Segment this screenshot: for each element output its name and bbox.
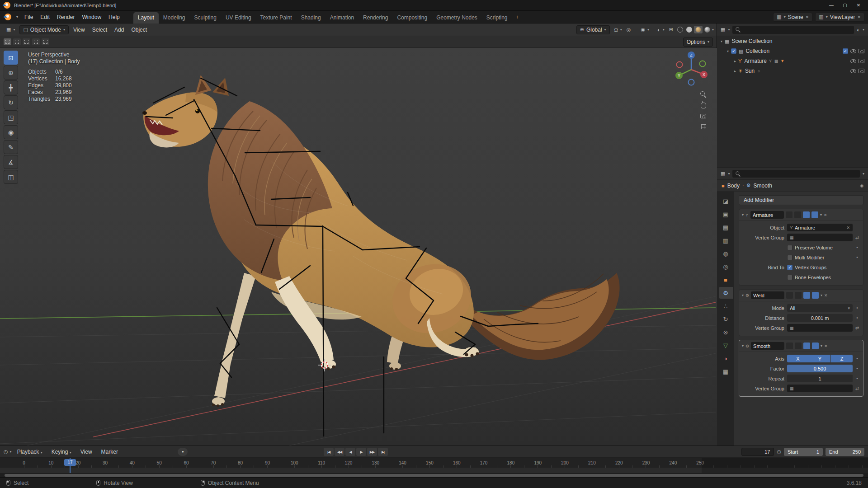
weld-distance-field[interactable]: 0.001 m xyxy=(787,314,853,322)
shading-material-button[interactable] xyxy=(694,26,703,33)
clear-icon[interactable]: ✕ xyxy=(846,225,850,230)
orientation-dropdown[interactable]: ⊕ Global ▾ xyxy=(576,25,610,34)
animate-dot-icon[interactable]: • xyxy=(855,315,859,320)
tool-button-rotate[interactable]: ↻ xyxy=(4,95,18,109)
transport-button-jump-to-end[interactable]: ▶| xyxy=(378,448,388,456)
realtime-toggle[interactable] xyxy=(795,292,802,299)
outliner-row-collection[interactable]: ▾ ✓ ▤ Collection ✓ xyxy=(717,46,868,56)
bind-bone-envelopes-checkbox[interactable] xyxy=(787,275,793,280)
workspace-tab-geometry-nodes[interactable]: Geometry Nodes xyxy=(432,12,482,23)
outliner-search-input[interactable] xyxy=(732,26,854,34)
edit-mode-toggle[interactable] xyxy=(786,292,793,299)
properties-tab-constraints[interactable]: ⊗ xyxy=(719,326,733,338)
show-gizmo-dropdown[interactable]: ◉ ▾ xyxy=(637,25,653,34)
vertex-group-field[interactable]: ▦ xyxy=(787,324,853,332)
properties-tab-output[interactable]: ▤ xyxy=(719,221,733,233)
preserve-volume-checkbox[interactable] xyxy=(787,245,793,250)
outliner-row-sun[interactable]: ▸ ☀ Sun ☼ xyxy=(717,66,868,76)
transport-button-prev-keyframe[interactable]: ◀◀ xyxy=(335,448,344,456)
workspace-tab-rendering[interactable]: Rendering xyxy=(359,12,392,23)
workspace-tab-uv-editing[interactable]: UV Editing xyxy=(221,12,256,23)
pin-icon[interactable]: ◉ xyxy=(860,183,863,188)
keying-menu[interactable]: Keying ▾ xyxy=(48,447,75,456)
camera-view-icon[interactable] xyxy=(700,114,706,118)
overlays-dropdown[interactable]: ◐ ▾ xyxy=(654,26,668,34)
editor-type-icon[interactable]: ▦ xyxy=(721,27,725,33)
tool-button-measure[interactable]: ∡ xyxy=(4,155,18,169)
vertex-group-field[interactable]: ▦ xyxy=(787,385,853,392)
disable-render-icon[interactable] xyxy=(859,69,864,73)
outliner-row-scene-collection[interactable]: ▾ ▦ Scene Collection xyxy=(717,36,868,46)
expand-icon[interactable]: ▾ xyxy=(727,49,729,53)
render-display-toggle[interactable] xyxy=(812,292,819,299)
close-icon[interactable]: ✕ xyxy=(824,293,828,298)
close-button[interactable]: ✕ xyxy=(852,0,865,10)
viewlayer-selector[interactable]: ▥ ▾ ViewLayer ✕ xyxy=(815,13,864,22)
viewport-display-toggle[interactable] xyxy=(803,292,810,299)
proportional-editing-icon[interactable]: ◎ xyxy=(627,27,631,33)
realtime-toggle[interactable] xyxy=(794,211,801,218)
properties-tab-material[interactable]: ◑ xyxy=(719,352,733,364)
vertex-group-field[interactable]: ▦ xyxy=(787,234,853,241)
start-frame-field[interactable]: Start 1 xyxy=(784,448,823,456)
transport-button-jump-to-start[interactable]: |◀ xyxy=(324,448,334,456)
expand-icon[interactable]: ▾ xyxy=(742,213,744,217)
modifier-name-field[interactable]: Armature xyxy=(750,211,784,219)
view-menu[interactable]: View xyxy=(77,447,96,456)
modifier-name-field[interactable]: Smooth xyxy=(751,342,784,350)
modifier-header[interactable]: ▾ ϒ Armature ▾ ✕ xyxy=(739,209,863,221)
invert-icon[interactable]: ⇄ xyxy=(855,235,859,240)
menu[interactable]: Edit xyxy=(37,13,53,22)
xray-toggle-icon[interactable]: ⊞ xyxy=(669,27,673,33)
minimize-button[interactable]: — xyxy=(825,0,838,10)
breadcrumb-object[interactable]: Body xyxy=(727,183,740,189)
axis-x-toggle[interactable]: X xyxy=(787,355,809,362)
properties-tab-tool[interactable]: ◪ xyxy=(719,195,733,207)
collection-checkbox[interactable]: ✓ xyxy=(731,48,736,54)
select-mode-invert[interactable] xyxy=(32,38,40,45)
blender-menu[interactable]: ▾ xyxy=(4,14,18,20)
marker-menu[interactable]: Marker xyxy=(98,447,122,456)
hide-eye-icon[interactable] xyxy=(850,49,856,53)
shading-solid-button[interactable] xyxy=(685,26,693,33)
close-icon[interactable]: ✕ xyxy=(824,213,827,217)
menu[interactable]: Help xyxy=(105,13,123,22)
modifier-name-field[interactable]: Weld xyxy=(751,291,784,299)
scene-selector[interactable]: ▦ ▾ Scene ✕ xyxy=(773,13,812,22)
animate-dot-icon[interactable]: • xyxy=(855,356,859,361)
unlink-scene-icon[interactable]: ✕ xyxy=(806,15,809,19)
menu[interactable]: File xyxy=(21,13,37,22)
animate-dot-icon[interactable]: • xyxy=(855,305,859,310)
viewport-menu[interactable]: View xyxy=(70,25,89,34)
workspace-tab-layout[interactable]: Layout xyxy=(133,12,159,23)
workspace-tab-shading[interactable]: Shading xyxy=(297,12,326,23)
maximize-button[interactable]: ▢ xyxy=(838,0,852,10)
hide-eye-icon[interactable] xyxy=(850,59,856,63)
viewport-menu[interactable]: Add xyxy=(111,25,127,34)
shading-wireframe-button[interactable] xyxy=(676,26,684,33)
playback-menu[interactable]: Playback ▾ xyxy=(14,447,46,456)
select-mode-extend[interactable] xyxy=(13,38,21,45)
wolf-model[interactable] xyxy=(142,75,620,407)
properties-tab-scene[interactable]: ◍ xyxy=(719,248,733,259)
viewport-canvas[interactable]: ⊡⊕╋↻◳◉✎∡◫ User Perspective (17) Collecti… xyxy=(0,48,717,446)
viewport-menu[interactable]: Select xyxy=(89,25,111,34)
disable-render-icon[interactable] xyxy=(859,59,864,63)
invert-icon[interactable]: ⇄ xyxy=(855,325,859,330)
modifier-header[interactable]: ▾ ⚙ Smooth ▾ ✕ xyxy=(739,340,863,352)
properties-search-input[interactable] xyxy=(732,170,860,178)
transport-button-play-reverse[interactable]: ◀ xyxy=(345,448,355,456)
extras-menu-icon[interactable]: ▾ xyxy=(821,344,822,348)
smooth-repeat-field[interactable]: 1 xyxy=(787,375,853,382)
autokey-clock-icon[interactable]: ◷ xyxy=(777,449,781,455)
properties-tab-object[interactable]: ■ xyxy=(719,274,733,286)
zoom-icon[interactable] xyxy=(700,91,706,97)
viewport-menu[interactable]: Object xyxy=(127,25,151,34)
realtime-toggle[interactable] xyxy=(795,343,802,349)
animate-dot-icon[interactable]: • xyxy=(855,376,859,381)
edit-mode-toggle[interactable] xyxy=(786,343,793,349)
edit-mode-toggle[interactable] xyxy=(786,211,793,218)
properties-tab-modifiers[interactable]: ⚙ xyxy=(719,287,733,299)
end-frame-field[interactable]: End 250 xyxy=(826,448,864,456)
expand-icon[interactable]: ▸ xyxy=(734,59,736,63)
